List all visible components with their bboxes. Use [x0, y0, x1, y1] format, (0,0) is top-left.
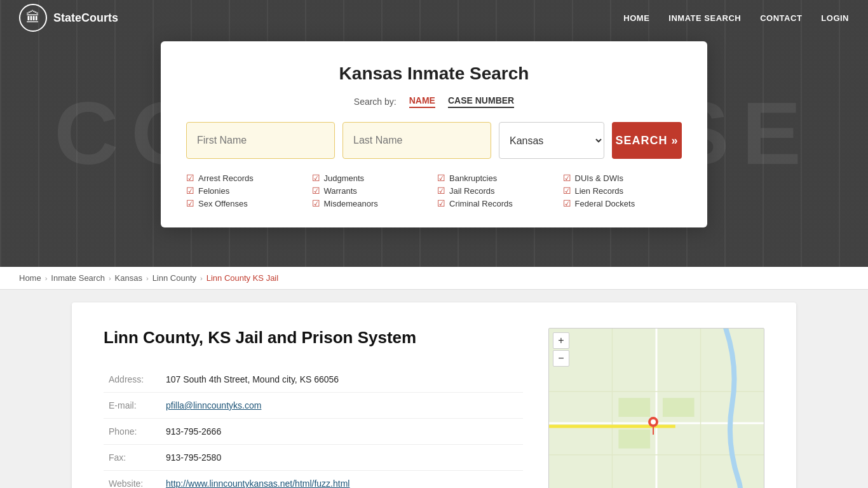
- checklist: ☑Arrest Records☑Judgments☑Bankruptcies☑D…: [186, 173, 682, 208]
- field-link[interactable]: http://www.linncountykansas.net/html/fuz…: [166, 478, 349, 488]
- checklist-label: DUIs & DWIs: [575, 173, 624, 183]
- breadcrumb-inmate-search[interactable]: Inmate Search: [51, 273, 105, 283]
- breadcrumb-kansas[interactable]: Kansas: [115, 273, 142, 283]
- checklist-label: Judgments: [324, 173, 365, 183]
- svg-rect-10: [663, 398, 695, 417]
- field-label: Website:: [104, 471, 161, 489]
- breadcrumb-linn-county[interactable]: Linn County: [153, 273, 196, 283]
- navbar: 🏛 StateCourts HOME INMATE SEARCH CONTACT…: [0, 0, 868, 36]
- logo-link[interactable]: 🏛 StateCourts: [19, 4, 118, 32]
- table-row: Fax:913-795-2580: [104, 445, 523, 471]
- check-icon: ☑: [563, 198, 571, 208]
- breadcrumb-sep-1: ›: [45, 274, 48, 282]
- breadcrumb-sep-2: ›: [109, 274, 111, 282]
- check-icon: ☑: [563, 186, 571, 196]
- breadcrumb-sep-4: ›: [200, 274, 203, 282]
- checklist-item: ☑Judgments: [312, 173, 431, 183]
- search-by-row: Search by: NAME CASE NUMBER: [186, 95, 682, 108]
- checklist-label: Misdemeanors: [324, 199, 378, 208]
- check-icon: ☑: [186, 198, 194, 208]
- field-value: 913-795-2580: [161, 445, 523, 471]
- checklist-label: Federal Dockets: [575, 199, 635, 208]
- content-card: Linn County, KS Jail and Prison System A…: [72, 302, 796, 488]
- svg-rect-9: [618, 430, 650, 449]
- checklist-label: Arrest Records: [198, 173, 254, 183]
- svg-point-12: [651, 419, 656, 424]
- field-value[interactable]: pfilla@linncountyks.com: [161, 393, 523, 419]
- last-name-input[interactable]: [342, 122, 491, 159]
- map-section: + −: [548, 328, 764, 488]
- checklist-item: ☑Federal Dockets: [563, 198, 682, 208]
- search-card: Kansas Inmate Search Search by: NAME CAS…: [161, 41, 707, 227]
- checklist-item: ☑Felonies: [186, 186, 306, 196]
- field-value[interactable]: http://www.linncountykansas.net/html/fuz…: [161, 471, 523, 489]
- info-table: Address:107 South 4th Street, Mound city…: [104, 367, 523, 488]
- breadcrumb: Home › Inmate Search › Kansas › Linn Cou…: [0, 267, 868, 290]
- field-value: 107 South 4th Street, Mound city, KS 660…: [161, 367, 523, 393]
- search-button[interactable]: SEARCH »: [612, 122, 682, 159]
- table-row: Website:http://www.linncountykansas.net/…: [104, 471, 523, 489]
- check-icon: ☑: [437, 198, 445, 208]
- map-zoom-in[interactable]: +: [553, 332, 569, 349]
- field-link[interactable]: pfilla@linncountyks.com: [166, 400, 261, 410]
- checklist-item: ☑Jail Records: [437, 186, 557, 196]
- breadcrumb-current: Linn County KS Jail: [207, 273, 278, 283]
- check-icon: ☑: [312, 198, 320, 208]
- map-zoom-out[interactable]: −: [553, 350, 569, 367]
- field-label: E-mail:: [104, 393, 161, 419]
- checklist-label: Lien Records: [575, 186, 624, 196]
- checklist-label: Criminal Records: [449, 199, 513, 208]
- nav-home[interactable]: HOME: [623, 13, 649, 23]
- checklist-item: ☑Criminal Records: [437, 198, 557, 208]
- map-container: + −: [548, 328, 764, 488]
- logo-icon: 🏛: [19, 4, 47, 32]
- breadcrumb-sep-3: ›: [146, 274, 149, 282]
- check-icon: ☑: [186, 173, 194, 183]
- check-icon: ☑: [186, 186, 194, 196]
- search-by-label: Search by:: [354, 97, 397, 107]
- nav-links: HOME INMATE SEARCH CONTACT LOGIN: [623, 13, 849, 23]
- checklist-item: ☑Sex Offenses: [186, 198, 306, 208]
- table-row: Address:107 South 4th Street, Mound city…: [104, 367, 523, 393]
- map-svg: [549, 329, 764, 488]
- hero-section: COURTHOUSE 🏛 StateCourts HOME INMATE SEA…: [0, 0, 868, 267]
- table-row: Phone:913-795-2666: [104, 419, 523, 445]
- checklist-item: ☑Misdemeanors: [312, 198, 431, 208]
- nav-contact[interactable]: CONTACT: [760, 13, 802, 23]
- checklist-item: ☑Lien Records: [563, 186, 682, 196]
- search-inputs: Kansas Alabama Alaska Arizona Arkansas C…: [186, 122, 682, 159]
- table-row: E-mail:pfilla@linncountyks.com: [104, 393, 523, 419]
- checklist-label: Bankruptcies: [449, 173, 497, 183]
- checklist-item: ☑Arrest Records: [186, 173, 306, 183]
- main-content: Linn County, KS Jail and Prison System A…: [53, 302, 815, 488]
- breadcrumb-home[interactable]: Home: [19, 273, 41, 283]
- check-icon: ☑: [437, 186, 445, 196]
- info-section: Linn County, KS Jail and Prison System A…: [104, 328, 523, 488]
- tab-name[interactable]: NAME: [409, 95, 435, 108]
- checklist-item: ☑Warrants: [312, 186, 431, 196]
- nav-login[interactable]: LOGIN: [821, 13, 849, 23]
- check-icon: ☑: [437, 173, 445, 183]
- field-label: Fax:: [104, 445, 161, 471]
- search-title: Kansas Inmate Search: [186, 64, 682, 84]
- tab-case-number[interactable]: CASE NUMBER: [448, 95, 514, 108]
- checklist-label: Felonies: [198, 186, 229, 196]
- field-label: Address:: [104, 367, 161, 393]
- checklist-label: Warrants: [324, 186, 357, 196]
- svg-rect-8: [618, 398, 650, 417]
- checklist-item: ☑Bankruptcies: [437, 173, 557, 183]
- first-name-input[interactable]: [186, 122, 335, 159]
- content-title: Linn County, KS Jail and Prison System: [104, 328, 523, 348]
- check-icon: ☑: [563, 173, 571, 183]
- field-label: Phone:: [104, 419, 161, 445]
- check-icon: ☑: [312, 186, 320, 196]
- checklist-label: Sex Offenses: [198, 199, 248, 208]
- field-value: 913-795-2666: [161, 419, 523, 445]
- checklist-item: ☑DUIs & DWIs: [563, 173, 682, 183]
- nav-inmate-search[interactable]: INMATE SEARCH: [668, 13, 741, 23]
- check-icon: ☑: [312, 173, 320, 183]
- logo-text: StateCourts: [53, 11, 118, 25]
- state-select[interactable]: Kansas Alabama Alaska Arizona Arkansas C…: [499, 122, 604, 159]
- checklist-label: Jail Records: [449, 186, 495, 196]
